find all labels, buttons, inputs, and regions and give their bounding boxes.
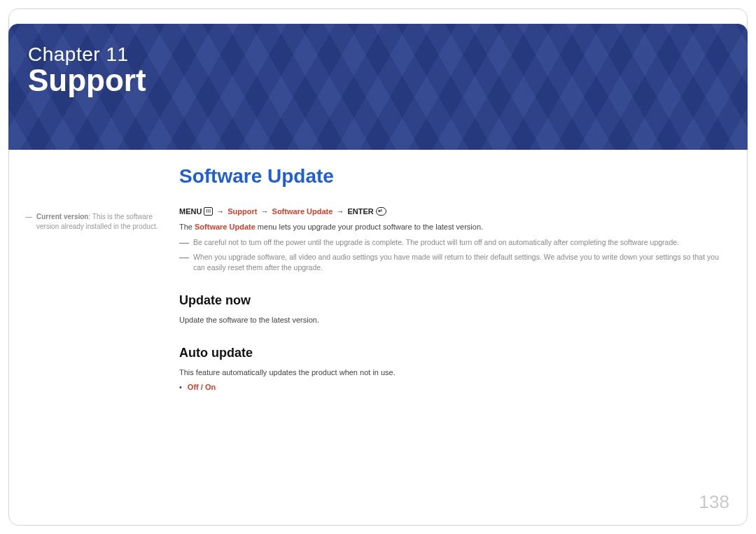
note-text-1: Be careful not to turn off the power unt… (193, 237, 679, 248)
arrow-icon: → (260, 207, 268, 216)
menu-icon: III (204, 207, 213, 216)
main-content: Software Update MENU III → Support → Sof… (179, 165, 731, 391)
page-number: 138 (699, 491, 729, 513)
arrow-icon: → (336, 207, 344, 216)
auto-update-text: This feature automatically updates the p… (179, 367, 731, 379)
note-line-1: ― Be careful not to turn off the power u… (179, 237, 731, 248)
note-line-2: ― When you upgrade software, all video a… (179, 252, 731, 273)
section-heading: Software Update (179, 165, 731, 188)
sidebar-note-label: Current version (36, 213, 88, 220)
option-bullet: • Off / On (179, 383, 731, 391)
enter-icon: ↵ (376, 207, 386, 216)
update-now-text: Update the software to the latest versio… (179, 315, 731, 326)
intro-text: The Software Update menu lets you upgrad… (179, 222, 731, 233)
subheading-auto-update: Auto update (179, 346, 731, 360)
nav-support: Support (227, 207, 257, 216)
content-area: ― Current version: This is the software … (25, 165, 731, 391)
nav-menu-label: MENU (179, 207, 202, 216)
nav-enter-label: ENTER (347, 207, 373, 216)
note-text-2: When you upgrade software, all video and… (193, 252, 731, 273)
note-dash: ― (25, 212, 32, 231)
subheading-update-now: Update now (179, 293, 731, 308)
menu-path: MENU III → Support → Software Update → E… (179, 207, 731, 216)
sidebar-note: ― Current version: This is the software … (25, 165, 165, 391)
bullet-icon: • (179, 383, 182, 391)
sidebar-note-text: Current version: This is the software ve… (36, 212, 165, 231)
nav-software-update: Software Update (272, 207, 333, 216)
note-dash: ― (179, 237, 189, 248)
chapter-title: Support (28, 64, 728, 97)
intro-keyword: Software Update (195, 223, 255, 231)
arrow-icon: → (216, 207, 224, 216)
option-off-on: Off / On (188, 383, 216, 391)
chapter-banner: Chapter 11 Support (8, 24, 748, 150)
note-dash: ― (179, 252, 189, 273)
